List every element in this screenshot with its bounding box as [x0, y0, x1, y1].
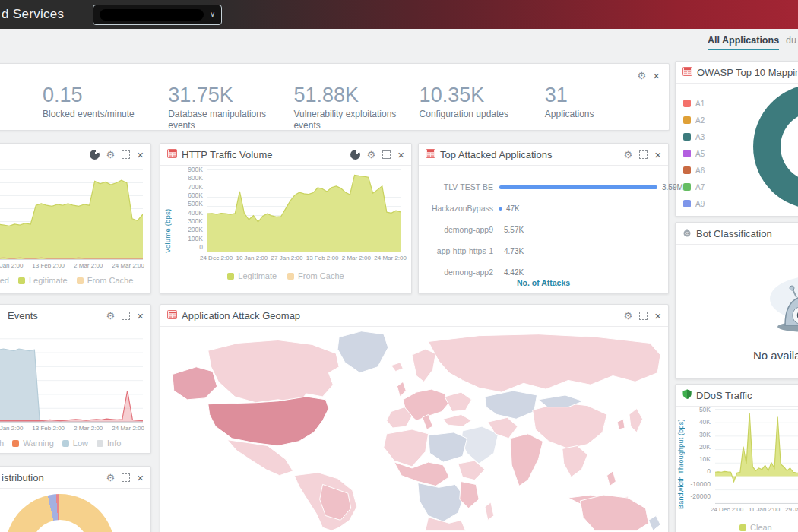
country-shape[interactable] [617, 419, 625, 429]
close-icon[interactable]: × [654, 149, 661, 160]
legend-label: Low [73, 439, 88, 448]
bar-value: 3.59M [662, 183, 683, 192]
expand-icon[interactable] [639, 312, 648, 320]
country-shape[interactable] [397, 382, 406, 397]
bar-track: 4.73K [499, 247, 660, 255]
legend-item: From Cache [287, 271, 344, 280]
app-name: TLV-TEST-BE [423, 182, 493, 192]
country-shape[interactable] [208, 340, 339, 403]
panel-title: Application Attack Geomap [182, 310, 300, 321]
donut-hole [31, 520, 89, 532]
country-shape[interactable] [445, 392, 471, 411]
legend-swatch [287, 273, 294, 280]
gear-icon[interactable]: ⚙ [624, 311, 633, 321]
country-shape[interactable] [208, 397, 329, 446]
gear-icon[interactable]: ⚙ [106, 150, 116, 160]
country-shape[interactable] [629, 409, 643, 432]
country-shape[interactable] [533, 403, 607, 449]
account-selector-dropdown[interactable]: ∨ [93, 5, 222, 25]
country-shape[interactable] [648, 516, 660, 531]
gear-icon[interactable]: ⚙ [638, 71, 647, 81]
stat-value: 31 [545, 84, 669, 106]
country-shape[interactable] [337, 331, 388, 373]
expand-icon[interactable] [122, 312, 130, 320]
panel-top-attacked-applications: Top Attacked Applications ⚙ × TLV-TEST-B… [418, 143, 669, 294]
y-tick: 100K [176, 235, 203, 242]
legend-item: A7 [683, 179, 705, 195]
chart-legend: Clean [739, 523, 772, 532]
bar-track: 3.59M [499, 183, 660, 192]
country-shape[interactable] [485, 391, 537, 419]
app-title: d Services [2, 7, 64, 22]
close-icon[interactable]: × [654, 310, 661, 321]
pie-chart-toggle-icon[interactable] [350, 150, 360, 160]
bar-row[interactable]: HackazonBypass 47K [423, 198, 660, 219]
gear-icon[interactable]: ⚙ [106, 473, 116, 483]
bar-row[interactable]: demong-app9 5.57K [423, 219, 660, 240]
all-applications-link[interactable]: All Applications [708, 35, 779, 50]
chart-legend: Legitimate From Cache [160, 271, 411, 280]
pie-chart-toggle-icon[interactable] [90, 150, 100, 160]
country-shape[interactable] [429, 432, 467, 462]
legend-swatch [227, 273, 234, 280]
bar-track: 5.57K [499, 226, 660, 234]
x-axis-ticks: 24 Dec 2:0011 Jan 2:0029 Jan [711, 506, 798, 513]
country-shape[interactable] [443, 414, 471, 426]
legend-label: A6 [695, 166, 705, 175]
expand-icon[interactable] [122, 473, 130, 482]
redacted-account-name [100, 9, 204, 21]
country-shape[interactable] [460, 482, 479, 508]
expand-icon[interactable] [639, 150, 648, 159]
country-shape[interactable] [173, 367, 217, 400]
panel-events: Events ⚙ × 7 Jan 2:0013 Feb 2:002 Mar 2:… [0, 304, 151, 454]
y-tick: 200K [176, 226, 203, 233]
app-name: demong-app9 [423, 225, 493, 234]
country-shape[interactable] [391, 363, 404, 372]
legend-item: Clean [739, 523, 772, 532]
panel-traffic-volume-left: ⚙ × 7 Jan 2:0013 Feb 2:002 Mar 2:0024 Ma… [0, 143, 151, 294]
owasp-donut-chart [753, 84, 798, 209]
country-shape[interactable] [429, 334, 660, 392]
y-tick: 600K [176, 192, 203, 199]
country-shape[interactable] [607, 471, 616, 486]
y-tick: 0 [686, 467, 711, 475]
country-shape[interactable] [227, 440, 293, 476]
country-shape[interactable] [384, 429, 429, 467]
gear-icon[interactable]: ⚙ [624, 150, 633, 160]
country-shape[interactable] [510, 434, 543, 486]
legend-item: Info [97, 439, 121, 448]
gear-icon[interactable]: ⚙ [106, 311, 116, 321]
panel-title: OWASP Top 10 Mapping [697, 67, 798, 78]
bar-value: 4.73K [504, 247, 524, 255]
world-map[interactable] [166, 328, 662, 532]
expand-icon[interactable] [382, 150, 391, 159]
gear-icon[interactable]: ⚙ [367, 150, 376, 160]
stat-item: 10.35K Configuration updates [420, 84, 543, 131]
country-shape[interactable] [461, 426, 499, 464]
country-shape[interactable] [394, 462, 449, 486]
x-tick: 11 Jan 2:00 [749, 506, 780, 513]
close-icon[interactable]: × [137, 472, 144, 483]
bar-row[interactable]: app-http-https-1 4.73K [423, 240, 660, 261]
country-shape[interactable] [423, 414, 433, 429]
close-icon[interactable]: × [137, 310, 144, 321]
country-shape[interactable] [485, 502, 494, 520]
country-shape[interactable] [562, 446, 587, 477]
close-icon[interactable]: × [397, 149, 404, 160]
panel-bot-classification: Bot Classification No availa [675, 222, 798, 379]
legend-swatch [683, 150, 691, 157]
expand-icon[interactable] [122, 150, 130, 159]
country-shape[interactable] [580, 495, 648, 530]
country-shape[interactable] [458, 461, 485, 480]
y-tick: 10K [686, 455, 711, 463]
legend-label: Clean [750, 523, 772, 532]
legend-item: A3 [683, 128, 705, 145]
country-shape[interactable] [418, 483, 464, 521]
legend-label: A5 [695, 150, 705, 158]
close-icon[interactable]: × [653, 70, 660, 81]
close-icon[interactable]: × [137, 149, 144, 160]
panel-title: DDoS Traffic [696, 390, 752, 401]
bar-row[interactable]: TLV-TEST-BE 3.59M [423, 176, 660, 198]
country-shape[interactable] [412, 349, 435, 382]
legend-swatch [739, 524, 746, 531]
